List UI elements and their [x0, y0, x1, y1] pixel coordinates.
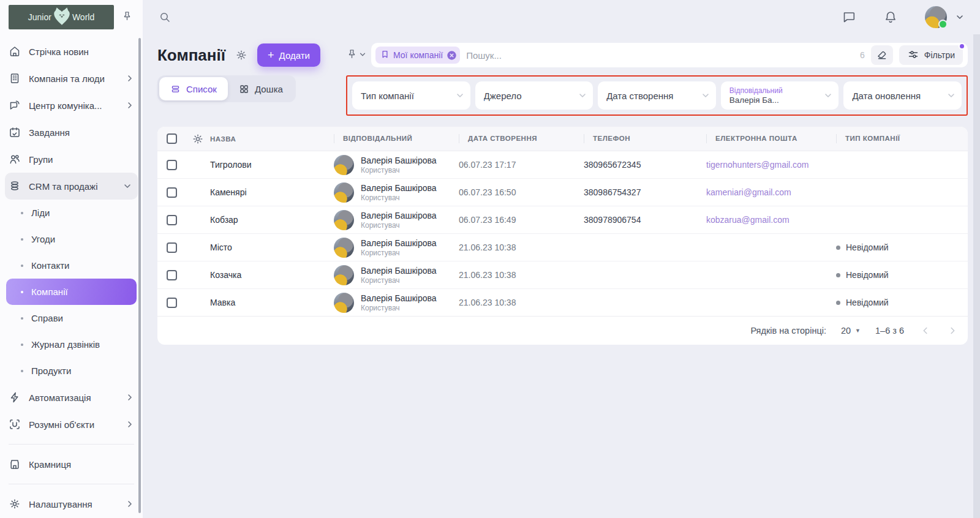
sidebar-subitem-leads[interactable]: Ліди [6, 200, 137, 226]
profile-menu-chevron[interactable] [956, 13, 964, 21]
sidebar-subitem-label: Компанії [31, 287, 68, 297]
sidebar-item-company-people[interactable]: Компанія та люди [0, 65, 143, 92]
filter-label: Дата оновлення [852, 91, 947, 101]
row-select-cell [157, 270, 186, 280]
table-row[interactable]: КозачкаВалерія БашкіроваКористувач21.06.… [157, 261, 968, 289]
quick-filter-source[interactable]: Джерело [475, 81, 594, 110]
logo-row: Junior World [0, 5, 143, 33]
notifications-button[interactable] [883, 10, 898, 24]
sidebar-scrollbar[interactable] [138, 38, 141, 513]
sidebar-item-settings[interactable]: Налаштування [0, 490, 143, 517]
saved-search-pin-dropdown[interactable] [346, 48, 366, 62]
sidebar-subitem-label: Угоди [31, 234, 55, 244]
row-checkbox[interactable] [167, 270, 177, 280]
user-avatar[interactable] [925, 6, 947, 28]
filter-value: Валерія Ба... [729, 96, 824, 105]
filters-button[interactable]: Фільтри [899, 45, 963, 65]
page-scrollbar-track[interactable] [973, 34, 980, 518]
table-row[interactable]: ТигроловиВалерія БашкіроваКористувач06.0… [157, 151, 968, 179]
sidebar-subitem-contacts[interactable]: Контакти [6, 252, 137, 279]
row-select-cell [157, 160, 186, 170]
sidebar-item-groups[interactable]: Групи [0, 146, 143, 173]
global-search-button[interactable] [159, 11, 171, 23]
sidebar-item-shop[interactable]: Крамниця [0, 451, 143, 478]
sidebar-item-feed[interactable]: Стрічка новин [0, 38, 143, 65]
app-root: Junior World Стрічка новинКомпанія та лю… [0, 0, 980, 518]
responsible-role: Користувач [361, 193, 437, 202]
chip-remove-icon[interactable] [447, 50, 457, 61]
next-page-button[interactable] [947, 325, 958, 336]
sidebar-item-crm-sales[interactable]: CRM та продажі [5, 173, 138, 200]
people-icon [9, 153, 21, 165]
row-checkbox[interactable] [167, 187, 177, 198]
table-row[interactable]: КаменяріВалерія БашкіроваКористувач06.07… [157, 179, 968, 206]
table-row[interactable]: КобзарВалерія БашкіроваКористувач06.07.2… [157, 206, 968, 234]
sidebar-subitem-deals[interactable]: Угоди [6, 226, 137, 252]
tab-list[interactable]: Список [159, 77, 228, 100]
row-select-cell [157, 298, 186, 308]
table-row[interactable]: МавкаВалерія БашкіроваКористувач21.06.23… [157, 289, 968, 317]
search-input[interactable]: Мої компанії Пошук... 6 Фільтри [371, 43, 968, 67]
row-checkbox[interactable] [167, 160, 177, 170]
quick-filter-created-date[interactable]: Дата створення [598, 81, 716, 110]
add-company-button[interactable]: + Додати [257, 43, 320, 67]
status-dot-icon [836, 246, 840, 250]
quick-filter-updated-date[interactable]: Дата оновлення [843, 81, 962, 110]
status-dot-icon [836, 273, 840, 277]
filter-chip-my-companies[interactable]: Мої компанії [375, 47, 460, 64]
filter-content: ВідповідальнийВалерія Ба... [729, 86, 824, 105]
chevron-right-icon [126, 101, 134, 110]
column-header-1: НАЗВА [210, 135, 334, 143]
chip-label: Мої компанії [393, 50, 443, 60]
messages-button[interactable] [842, 10, 856, 24]
chevron-down-icon [578, 91, 587, 100]
communication-icon [9, 99, 21, 111]
clear-search-button[interactable] [871, 45, 893, 65]
tab-label: Список [186, 84, 217, 94]
row-checkbox[interactable] [167, 298, 177, 308]
responsible-cell: Валерія БашкіроваКористувач [334, 210, 459, 230]
responsible-name: Валерія Башкірова [361, 293, 437, 304]
tab-board[interactable]: Дошка [228, 77, 294, 100]
table-row[interactable]: МістоВалерія БашкіроваКористувач21.06.23… [157, 234, 968, 261]
list-view-icon [170, 84, 181, 94]
email-link[interactable]: tigernohunters@gmail.com [706, 160, 836, 170]
email-link[interactable]: kobzarua@gmail.com [706, 215, 836, 225]
row-checkbox[interactable] [167, 242, 177, 253]
add-button-label: Додати [279, 50, 310, 61]
responsible-name: Валерія Башкірова [361, 156, 437, 166]
chevron-down-icon [123, 182, 132, 190]
sidebar-subitem-companies[interactable]: Компанії [6, 279, 137, 305]
sidebar-item-tasks[interactable]: Завдання [0, 119, 143, 146]
select-all-checkbox[interactable] [167, 133, 177, 144]
responsible-text: Валерія БашкіроваКористувач [361, 211, 437, 230]
quick-filter-company-type[interactable]: Тип компанії [352, 81, 470, 110]
sidebar-item-smart-objects[interactable]: Розумні об'єкти [0, 411, 143, 438]
sidebar-subitem-products[interactable]: Продукти [6, 358, 137, 384]
sidebar-item-label: Налаштування [29, 499, 118, 509]
row-checkbox[interactable] [167, 215, 177, 225]
previous-page-button[interactable] [920, 325, 931, 336]
table-settings-button[interactable] [186, 133, 210, 145]
chevron-right-icon [126, 420, 134, 429]
sidebar-divider [9, 484, 134, 484]
email-link[interactable]: kameniari@gmail.com [706, 187, 836, 197]
column-header-6: ТИП КОМПАНІЇ [836, 134, 968, 143]
chevron-down-icon [701, 91, 710, 100]
sidebar-item-comm-center[interactable]: Центр комуніка... [0, 92, 143, 119]
app-logo[interactable]: Junior World [9, 5, 114, 29]
quick-filter-responsible[interactable]: ВідповідальнийВалерія Ба... [721, 81, 839, 110]
sidebar-item-automation[interactable]: Автоматизація [0, 384, 143, 411]
sidebar-subitem-cases[interactable]: Справи [6, 305, 137, 331]
sliders-icon [907, 48, 919, 62]
sidebar-item-label: Автоматизація [29, 392, 118, 403]
bullet-icon [21, 343, 23, 346]
title-group: Компанії + Додати [157, 43, 346, 67]
filters-active-dot [959, 43, 965, 50]
sidebar-subitem-call-log[interactable]: Журнал дзвінків [6, 331, 137, 358]
rows-per-page-select[interactable]: 20 ▼ [841, 326, 861, 336]
sidebar-pin-button[interactable] [121, 10, 133, 24]
page-settings-button[interactable] [235, 49, 247, 61]
bullet-icon [21, 317, 23, 320]
column-header-5: ЕЛЕКТРОННА ПОШТА [706, 134, 836, 143]
